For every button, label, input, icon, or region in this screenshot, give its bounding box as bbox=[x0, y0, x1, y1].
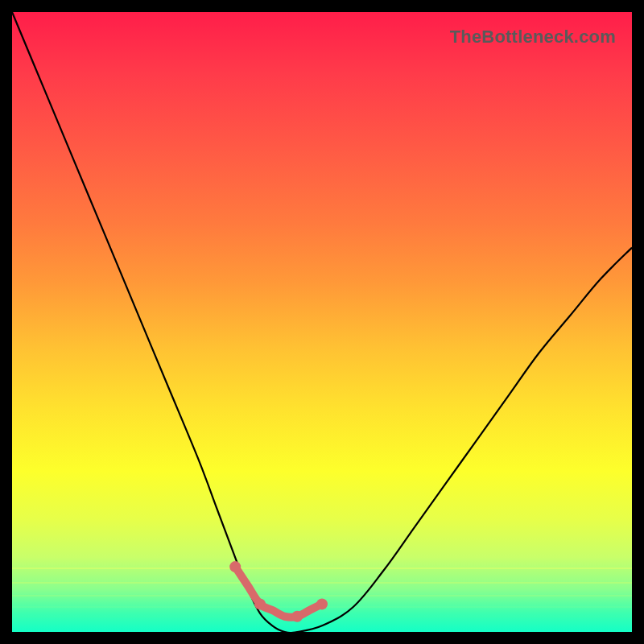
chart-frame: TheBottleneck.com bbox=[0, 0, 644, 644]
plot-area: TheBottleneck.com bbox=[12, 12, 632, 632]
highlight-dot bbox=[229, 561, 241, 572]
curve-svg bbox=[12, 12, 632, 632]
optimal-range-highlight bbox=[235, 567, 322, 617]
bottleneck-curve bbox=[12, 12, 632, 633]
highlight-dot bbox=[254, 598, 266, 609]
highlight-dot bbox=[291, 611, 303, 622]
highlight-dot bbox=[316, 598, 328, 609]
